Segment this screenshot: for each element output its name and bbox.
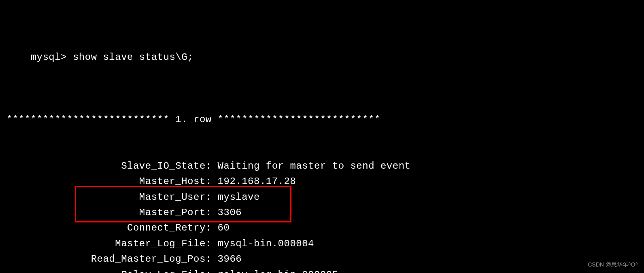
mysql-prompt: mysql>: [31, 52, 73, 63]
status-field-slave-io-state: Slave_IO_State: Waiting for master to se…: [6, 159, 638, 174]
status-field-master-log-file: Master_Log_File: mysql-bin.000004: [6, 236, 638, 252]
status-field-master-host: Master_Host: 192.168.17.28: [6, 174, 638, 189]
status-field-read-master-log-pos: Read_Master_Log_Pos: 3966: [6, 252, 638, 267]
status-field-connect-retry: Connect_Retry: 60: [6, 220, 638, 236]
status-fields: Slave_IO_State: Waiting for master to se…: [6, 159, 638, 273]
command-line: mysql> show slave status\G;: [6, 34, 638, 81]
sql-command: show slave status\G;: [73, 52, 193, 63]
watermark-text: CSDN @思华年^O^: [588, 260, 638, 269]
row-separator: *************************** 1. row *****…: [6, 112, 638, 127]
status-field-master-user: Master_User: myslave: [6, 190, 638, 205]
status-field-relay-log-file: Relay_Log_File: relay-log-bin.000005: [6, 267, 638, 273]
status-field-master-port: Master_Port: 3306: [6, 205, 638, 220]
terminal-output[interactable]: mysql> show slave status\G; ************…: [6, 3, 638, 273]
